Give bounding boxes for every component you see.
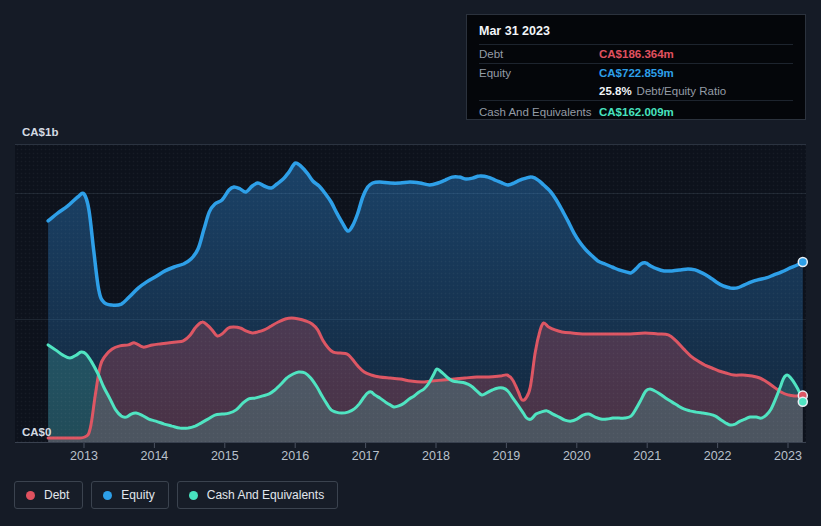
tooltip-cash-value: CA$162.009m xyxy=(599,106,793,118)
x-axis-label-2016: 2016 xyxy=(281,449,309,463)
chart-legend: Debt Equity Cash And Equivalents xyxy=(14,481,338,509)
debt-series-dot-icon xyxy=(26,491,35,500)
tooltip-cash-label: Cash And Equivalents xyxy=(479,106,599,118)
tooltip-row-cash: Cash And Equivalents CA$162.009m xyxy=(479,100,793,123)
legend-cash-label: Cash And Equivalents xyxy=(207,488,324,502)
x-axis-label-2020: 2020 xyxy=(563,449,591,463)
x-axis-label-2019: 2019 xyxy=(492,449,520,463)
tooltip-equity-label: Equity xyxy=(479,67,599,79)
legend-debt-label: Debt xyxy=(44,488,69,502)
cash-end-marker xyxy=(798,397,807,406)
equity-series-dot-icon xyxy=(103,491,112,500)
tooltip-equity-value: CA$722.859m xyxy=(599,67,793,79)
tooltip-debt-value: CA$186.364m xyxy=(599,48,793,60)
x-axis-label-2021: 2021 xyxy=(633,449,661,463)
y-axis-label-top: CA$1b xyxy=(22,126,58,138)
y-axis-label-bottom: CA$0 xyxy=(22,426,51,438)
x-axis-label-2017: 2017 xyxy=(352,449,380,463)
legend-equity-label: Equity xyxy=(121,488,154,502)
tooltip-ratio-value: 25.8% xyxy=(599,85,632,97)
legend-item-cash[interactable]: Cash And Equivalents xyxy=(177,481,338,509)
x-axis-label-2018: 2018 xyxy=(422,449,450,463)
x-axis-label-2014: 2014 xyxy=(140,449,168,463)
chart-tooltip: Mar 31 2023 Debt CA$186.364m Equity CA$7… xyxy=(466,14,806,120)
tooltip-date: Mar 31 2023 xyxy=(479,22,793,44)
tooltip-debt-label: Debt xyxy=(479,48,599,60)
x-axis-labels: 2013201420152016201720182019202020212022… xyxy=(70,449,802,463)
equity-end-marker xyxy=(798,258,807,267)
x-axis-label-2022: 2022 xyxy=(704,449,732,463)
x-axis-label-2015: 2015 xyxy=(211,449,239,463)
tooltip-row-equity: Equity CA$722.859m xyxy=(479,63,793,82)
tooltip-ratio-label: Debt/Equity Ratio xyxy=(637,85,727,97)
tooltip-row-ratio: 25.8%Debt/Equity Ratio xyxy=(479,82,793,100)
legend-item-equity[interactable]: Equity xyxy=(91,481,168,509)
legend-item-debt[interactable]: Debt xyxy=(14,481,83,509)
x-axis-label-2023: 2023 xyxy=(774,449,802,463)
cash-series-dot-icon xyxy=(189,491,198,500)
tooltip-row-debt: Debt CA$186.364m xyxy=(479,44,793,63)
debt-equity-history-panel: 2013201420152016201720182019202020212022… xyxy=(0,0,821,526)
x-axis-ticks xyxy=(84,443,788,448)
x-axis-label-2013: 2013 xyxy=(70,449,98,463)
